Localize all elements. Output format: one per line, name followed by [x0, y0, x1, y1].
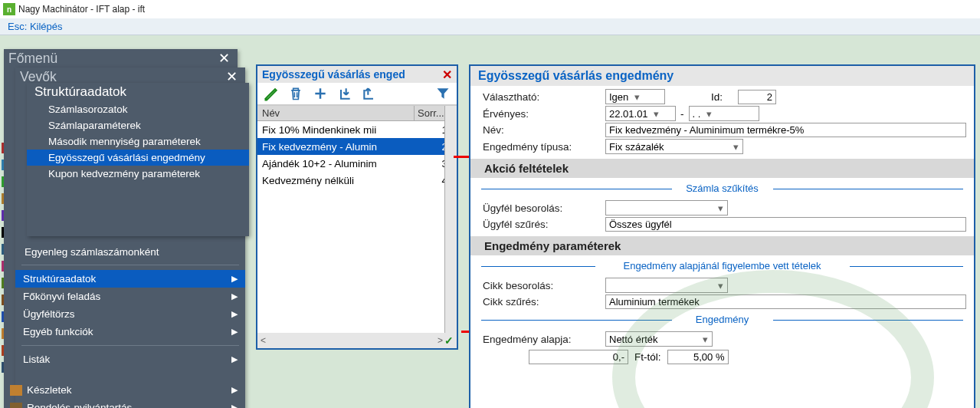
ervenyes-label: Érvényes: [483, 108, 605, 120]
engtipusa-select[interactable]: Fix százalék ▾ [605, 139, 743, 154]
detail-panel: Egyösszegű vásárlás engedmény Választhat… [469, 64, 975, 408]
app-icon: n [3, 3, 15, 15]
engtipusa-label: Engedmény típusa: [483, 141, 605, 153]
plus-icon[interactable] [313, 86, 328, 101]
scroll-left-icon[interactable]: < [261, 335, 266, 346]
detail-title: Egyösszegű vásárlás engedmény [470, 66, 974, 86]
panel-struktura: Struktúraadatok Számlasorozatok Számlapa… [27, 83, 249, 236]
tier-from-field[interactable]: 0,- [529, 350, 628, 364]
separator [21, 265, 239, 265]
edit-icon[interactable] [264, 86, 279, 101]
fieldset-engedmeny: Engedmény [470, 314, 974, 325]
nav-item-szamlaparameterek[interactable]: Számlaparaméterek [27, 117, 249, 133]
chevron-down-icon: ▾ [715, 280, 726, 291]
folder-icon [10, 403, 22, 409]
nav-item-masodik-mennyiseg[interactable]: Második mennyiség paraméterek [27, 133, 249, 150]
cikk-besorolas-select[interactable]: ▾ [605, 278, 728, 293]
nav-cat-ugyfeltorzs[interactable]: Ügyféltörzs ▶ [15, 305, 245, 323]
ugyfel-besorolas-label: Ügyfél besorolás: [483, 202, 605, 214]
nav-bottom-keszletek[interactable]: Készletek ▶ [4, 381, 245, 399]
chevron-down-icon: ▾ [700, 334, 710, 345]
panel-title: Struktúraadatok [27, 83, 249, 101]
fieldset-engedmeny-alap-tetelek: Engedmény alapjánál figyelembe vett téte… [470, 260, 974, 271]
close-icon[interactable]: ✕ [215, 51, 233, 67]
chevron-right-icon: ▶ [231, 354, 238, 364]
table-row[interactable]: Fix kedvezmény - Alumin 2 [257, 138, 457, 155]
date-sep: - [676, 108, 689, 120]
esc-label: Esc: Kilépés [8, 21, 63, 32]
chevron-right-icon: ▶ [231, 327, 238, 337]
import-icon[interactable] [337, 86, 352, 101]
table-row[interactable]: Kedvezmény nélküli 4 [257, 172, 457, 189]
grid-body: Fix 10% Mindenkinek mii 1 Fix kedvezmény… [257, 121, 457, 189]
folder-icon [10, 385, 22, 396]
ft-tol-label: Ft-tól: [628, 351, 667, 363]
tier-percent-field[interactable]: 5,00 % [667, 350, 729, 364]
nav-item-egyenleg[interactable]: Egyenleg számlaszámonként [15, 244, 245, 260]
nav-item-szamlasorozatok[interactable]: Számlasorozatok [27, 101, 249, 117]
nav-item-kupon-kedvezmeny[interactable]: Kupon kedvezmény paraméterek [27, 166, 249, 182]
engedmeny-alapja-label: Engedmény alapja: [483, 334, 605, 345]
check-icon[interactable]: ✓ [444, 334, 454, 347]
filter-icon[interactable] [435, 86, 451, 101]
chevron-right-icon: ▶ [231, 403, 238, 408]
nav-cat-listak[interactable]: Listák ▶ [15, 350, 245, 368]
chevron-down-icon: ▾ [703, 108, 714, 120]
trash-icon[interactable] [288, 86, 303, 101]
valaszthato-select[interactable]: Igen ▾ [605, 89, 665, 104]
cikk-szures-label: Cikk szűrés: [483, 296, 605, 308]
list-toolbar [257, 83, 457, 106]
nav-cat-egyeb[interactable]: Egyéb funkciók ▶ [15, 323, 245, 341]
id-field[interactable]: 2 [738, 90, 776, 104]
window-titlebar: n Nagy Machinátor - IFT alap - ift [0, 0, 980, 18]
fieldset-szamla-szukites: Számla szűkítés [470, 183, 974, 194]
section-akcio-feltetelek: Akció feltételek [470, 159, 974, 178]
table-row[interactable]: Ajándék 10+2 - Aluminim 3 [257, 155, 457, 172]
scroll-right-icon[interactable]: > [438, 335, 443, 346]
window-title: Nagy Machinátor - IFT alap - ift [18, 4, 145, 15]
id-label: Id: [711, 91, 723, 103]
table-row[interactable]: Fix 10% Mindenkinek mii 1 [257, 121, 457, 138]
ugyfel-szures-field[interactable]: Összes ügyfél [605, 217, 966, 232]
nav-cat-strukturaadatok[interactable]: Struktúraadatok ▶ [15, 270, 245, 288]
section-engedmeny-parameterek: Engedmény paraméterek [470, 236, 974, 255]
cikk-szures-field[interactable]: Aluminium termékek [605, 294, 966, 309]
panel-title: Főmenü [8, 51, 57, 67]
list-title: Egyösszegű vásárlás enged [262, 68, 405, 81]
col-header-name[interactable]: Név [257, 106, 415, 120]
chevron-right-icon: ▶ [231, 385, 238, 395]
ugyfel-szures-label: Ügyfél szűrés: [483, 219, 605, 230]
ugyfel-besorolas-select[interactable]: ▾ [605, 200, 728, 216]
chevron-down-icon: ▾ [631, 91, 642, 103]
close-icon[interactable]: ✕ [442, 67, 452, 82]
esc-bar[interactable]: Esc: Kilépés [0, 18, 980, 35]
nev-field[interactable]: Fix kedvezmény - Aluminimum termékre-5% [605, 123, 966, 137]
chevron-down-icon: ▾ [730, 141, 741, 153]
cikk-besorolas-label: Cikk besorolás: [483, 280, 605, 291]
nev-label: Név: [483, 124, 605, 136]
chevron-down-icon: ▾ [651, 108, 662, 120]
valaszthato-label: Választható: [483, 91, 605, 103]
separator [21, 345, 239, 346]
chevron-right-icon: ▶ [231, 291, 238, 301]
vertical-scrollbar[interactable] [444, 106, 457, 333]
list-panel: Egyösszegű vásárlás enged ✕ Név Sorr... … [256, 64, 458, 350]
grid-header: Név Sorr... [257, 106, 457, 121]
ervenyes-to-field[interactable]: . . ▾ [689, 106, 759, 121]
chevron-down-icon: ▾ [715, 202, 726, 214]
export-icon[interactable] [362, 86, 377, 101]
ervenyes-from-field[interactable]: 22.01.01 ▾ [605, 106, 676, 121]
nav-cat-fokonyvi[interactable]: Főkönyvi feladás ▶ [15, 288, 245, 305]
nav-bottom-rendeles[interactable]: Rendelés-nyilvántartás ▶ [4, 399, 245, 408]
chevron-right-icon: ▶ [231, 309, 238, 319]
nav-item-egyosszegu-engedmeny[interactable]: Egyösszegű vásárlási engedmény [27, 150, 249, 166]
list-footer: < > ✓ [257, 333, 457, 348]
chevron-right-icon: ▶ [231, 274, 238, 284]
engedmeny-alapja-select[interactable]: Nettó érték ▾ [605, 331, 713, 347]
